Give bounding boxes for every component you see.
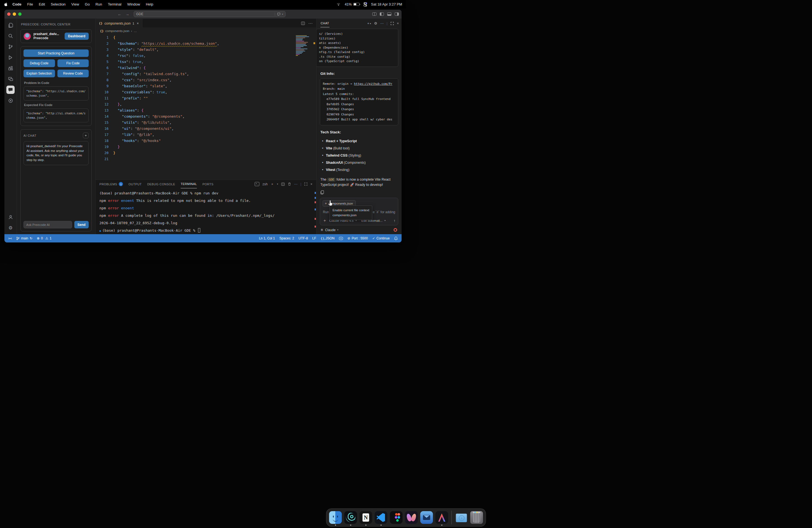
settings-gear-icon[interactable]: ⚙ bbox=[6, 224, 15, 232]
git-branch-indicator[interactable]: main ↻ bbox=[16, 236, 32, 240]
send-chat-icon[interactable]: ↑ bbox=[394, 218, 395, 223]
cursor-position[interactable]: Ln 1, Col 1 bbox=[259, 236, 275, 240]
source-control-icon[interactable] bbox=[6, 43, 15, 51]
shell-label[interactable]: zsh bbox=[262, 182, 267, 186]
copilot-status-icon[interactable] bbox=[339, 237, 343, 240]
menu-help[interactable]: Help bbox=[146, 2, 153, 6]
panel-more-actions-icon[interactable]: ⋯ bbox=[294, 182, 298, 186]
apple-icon[interactable] bbox=[4, 2, 8, 6]
code-editor[interactable]: 1{2 "$schema": "https://ui.shadcn.com/sc… bbox=[96, 34, 316, 179]
code-line[interactable]: 2 "$schema": "https://ui.shadcn.com/sche… bbox=[96, 41, 316, 47]
titlebar[interactable]: ← → GDE ▾ bbox=[4, 10, 402, 19]
language-mode[interactable]: {}×JSON bbox=[321, 236, 334, 240]
code-line[interactable]: 12 }, bbox=[96, 101, 316, 107]
send-button[interactable]: Send bbox=[74, 221, 89, 229]
new-chat-icon[interactable]: ＋▾ bbox=[366, 21, 371, 26]
menu-edit[interactable]: Edit bbox=[39, 2, 45, 6]
indentation-setting[interactable]: Spaces: 2 bbox=[279, 236, 294, 240]
editor-more-actions-icon[interactable]: ⋯ bbox=[308, 21, 313, 26]
kill-terminal-icon[interactable] bbox=[288, 182, 291, 186]
tab-components-json[interactable]: {} components.json 1 × bbox=[96, 19, 143, 28]
preecode-extension-icon[interactable] bbox=[6, 97, 15, 105]
menu-go[interactable]: Go bbox=[85, 2, 89, 6]
terminal[interactable]: (base) prashant@Prashants-MacBook-Air GD… bbox=[96, 188, 316, 234]
wifi-icon[interactable] bbox=[336, 2, 341, 6]
zoom-window-button[interactable] bbox=[18, 12, 21, 16]
chevron-down-icon[interactable]: ▾ bbox=[277, 183, 278, 185]
account-icon[interactable] bbox=[6, 213, 15, 221]
menu-run[interactable]: Run bbox=[96, 2, 102, 6]
code-line[interactable]: 20} bbox=[96, 150, 316, 156]
code-line[interactable]: 11 "prefix": "" bbox=[96, 95, 316, 101]
debug-code-button[interactable]: Debug Code bbox=[24, 59, 55, 67]
start-practicing-button[interactable]: Start Practicing Question bbox=[24, 49, 89, 57]
encoding-setting[interactable]: UTF-8 bbox=[299, 236, 308, 240]
ai-chat-add-button[interactable]: + bbox=[83, 133, 89, 138]
extensions-icon[interactable] bbox=[6, 64, 15, 72]
recording-indicator[interactable] bbox=[394, 228, 397, 232]
claude-provider-picker[interactable]: Claude bbox=[325, 228, 336, 232]
fix-code-button[interactable]: Fix Code bbox=[57, 59, 89, 67]
chat-input-area[interactable]: + components.json Run l e `#` for adding… bbox=[320, 198, 398, 225]
panel-tab-problems[interactable]: PROBLEMS1 bbox=[99, 180, 123, 188]
explain-selection-button[interactable]: Explain Selection bbox=[24, 70, 55, 77]
minimap[interactable] bbox=[296, 35, 310, 56]
menu-file[interactable]: File bbox=[27, 2, 33, 6]
attach-context-icon[interactable]: ＋ bbox=[323, 218, 327, 223]
ask-preecode-input[interactable] bbox=[24, 221, 72, 229]
code-line[interactable]: 16 "ui": "@/components/ui", bbox=[96, 126, 316, 132]
code-line[interactable]: 8 "css": "src/index.css", bbox=[96, 77, 316, 83]
command-center-search[interactable]: GDE ▾ bbox=[134, 11, 286, 17]
dashboard-button[interactable]: Dashboard bbox=[64, 33, 89, 40]
explorer-icon[interactable] bbox=[6, 21, 15, 29]
minimize-window-button[interactable] bbox=[13, 12, 16, 16]
close-panel-icon[interactable]: × bbox=[310, 182, 313, 186]
panel-tab-ports[interactable]: PORTS bbox=[202, 180, 214, 188]
control-center-icon[interactable] bbox=[363, 2, 367, 6]
continue-extension[interactable]: ✓Continue bbox=[372, 236, 390, 240]
code-line[interactable]: 9 "baseColor": "slate", bbox=[96, 83, 316, 89]
new-terminal-icon[interactable]: ＋ bbox=[271, 182, 274, 186]
review-code-button[interactable]: Review Code bbox=[57, 70, 89, 77]
chat-tab[interactable]: CHAT bbox=[320, 19, 330, 27]
copy-icon[interactable] bbox=[320, 190, 324, 195]
chat-settings-gear-icon[interactable]: ⚙ bbox=[374, 21, 377, 25]
code-line[interactable]: 14 "components": "@/components", bbox=[96, 114, 316, 120]
menu-window[interactable]: Window bbox=[127, 2, 140, 6]
code-line[interactable]: 21 bbox=[96, 156, 316, 162]
chat-maximize-icon[interactable] bbox=[391, 22, 394, 25]
panel-tab-output[interactable]: OUTPUT bbox=[128, 180, 142, 188]
notifications-bell-icon[interactable] bbox=[394, 236, 398, 240]
battery-indicator[interactable]: 41% bbox=[345, 2, 360, 6]
toggle-primary-sidebar-icon[interactable] bbox=[380, 12, 384, 16]
code-line[interactable]: 15 "utils": "@/lib/utils", bbox=[96, 120, 316, 126]
code-line[interactable]: 5 "tsx": true, bbox=[96, 59, 316, 65]
split-editor-icon[interactable] bbox=[301, 21, 305, 25]
breadcrumb[interactable]: {} components.json › … bbox=[96, 28, 316, 34]
code-line[interactable]: 18 "hooks": "@/hooks" bbox=[96, 138, 316, 144]
eol-setting[interactable]: LF bbox=[313, 236, 316, 240]
panel-tab-terminal[interactable]: TERMINAL bbox=[180, 180, 197, 188]
code-line[interactable]: 1{ bbox=[96, 34, 316, 41]
forward-arrow-icon[interactable]: → bbox=[126, 12, 129, 16]
code-line[interactable]: 19 } bbox=[96, 144, 316, 150]
chat-close-icon[interactable]: × bbox=[397, 21, 399, 25]
code-line[interactable]: 10 "cssVariables": true, bbox=[96, 89, 316, 95]
menu-selection[interactable]: Selection bbox=[51, 2, 66, 6]
toggle-secondary-sidebar-icon[interactable] bbox=[395, 12, 399, 16]
port-indicator[interactable]: ⊘Port : 5500 bbox=[347, 236, 368, 240]
run-debug-icon[interactable] bbox=[6, 53, 15, 62]
maximize-panel-icon[interactable] bbox=[304, 182, 307, 186]
panel-tab-debug-console[interactable]: DEBUG CONSOLE bbox=[147, 180, 175, 188]
customize-layout-icon[interactable] bbox=[372, 12, 376, 16]
chat-more-actions-icon[interactable]: ⋯ bbox=[380, 21, 383, 25]
code-line[interactable]: 3 "style": "default", bbox=[96, 47, 316, 53]
split-terminal-icon[interactable] bbox=[281, 182, 285, 186]
tab-close-icon[interactable]: × bbox=[137, 21, 139, 25]
back-arrow-icon[interactable]: ← bbox=[118, 12, 121, 16]
remote-explorer-icon[interactable] bbox=[6, 75, 15, 83]
toggle-panel-icon[interactable] bbox=[387, 12, 391, 16]
problems-indicator[interactable]: ⊗0 ⚠1 bbox=[37, 236, 52, 240]
menubar-clock[interactable]: Sat 18 Apr 3:27 PM bbox=[371, 2, 402, 6]
menu-view[interactable]: View bbox=[71, 2, 79, 6]
